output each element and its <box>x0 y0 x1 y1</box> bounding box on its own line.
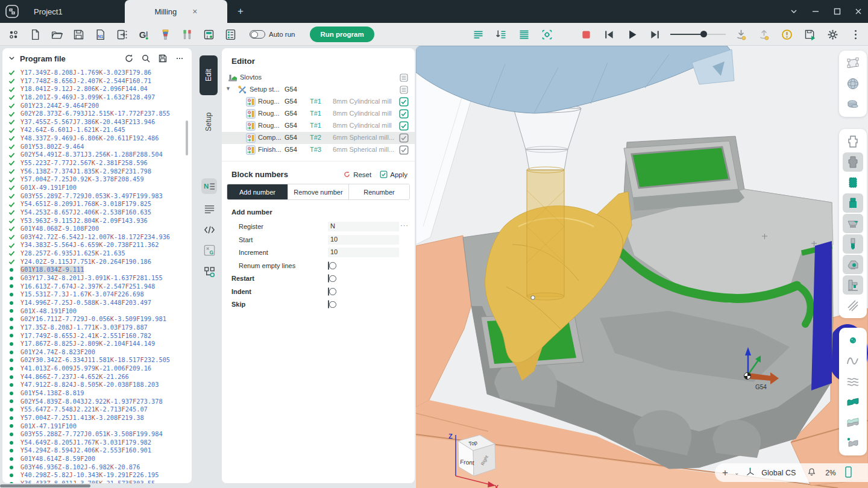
download-levels-icon[interactable] <box>734 27 749 42</box>
gcode-line[interactable]: G03Y17.34Z-8.201J-3.091K-1.637F281.155 <box>2 274 188 283</box>
gcode-line[interactable]: Y36.433Z-8.011J-3.705K-21.573F303.55 <box>2 480 188 483</box>
n1-document-icon[interactable]: N1 <box>93 27 108 42</box>
refresh-icon[interactable] <box>123 52 135 64</box>
field-toggle[interactable] <box>328 301 329 308</box>
gcode-line[interactable]: Y24.02Z-9.115J7.751K-20.264F190.186 <box>2 258 188 266</box>
gcode-line[interactable]: G03Y42.72Z-6.542J-12.007K-18.172F234.936 <box>2 233 188 242</box>
tab-milling[interactable]: Milling × <box>125 0 227 23</box>
window-restore-icon[interactable] <box>827 0 848 23</box>
stop-icon[interactable] <box>579 27 594 42</box>
operation-checkbox[interactable] <box>399 97 409 107</box>
lines-numbered-icon[interactable] <box>494 27 509 42</box>
selection-gear-icon[interactable] <box>539 27 555 42</box>
save-icon[interactable] <box>71 27 86 42</box>
save-icon[interactable] <box>157 52 169 64</box>
surface-flag-icon[interactable] <box>843 392 863 411</box>
tab-renumber[interactable]: Renumber <box>349 184 409 199</box>
gcode-line[interactable]: G03Y55.288Z-7.727J0.051K-3.508F199.984 <box>2 430 188 439</box>
hatch-icon[interactable] <box>843 296 863 315</box>
tree-row-comp[interactable]: GComp...G54T#26mm Spherical mill... <box>222 132 415 144</box>
gcode-line[interactable]: G01X-48.191F100 <box>2 307 188 316</box>
apply-button[interactable]: Apply <box>380 170 407 178</box>
tree-row-slovtos[interactable]: Slovtos <box>222 72 415 84</box>
step-forward-icon[interactable] <box>647 27 662 42</box>
gcode-transform-icon[interactable]: G <box>201 242 217 258</box>
tree-row-roug[interactable]: GRoug...G54T#18mm Cylindrical mill <box>222 108 415 120</box>
part-model-icon[interactable] <box>843 193 863 213</box>
gcode-line[interactable]: G02Y54.839Z-8.043J2.922K-1.937F273.378 <box>2 398 188 406</box>
auto-run-switch[interactable] <box>250 30 265 39</box>
mesh-sphere-icon[interactable] <box>843 74 863 93</box>
gcode-line[interactable]: Y18.201Z-9.469J-3.099K-1.632F128.497 <box>2 93 188 102</box>
gcode-line[interactable]: Y56.138Z-7.374J1.835K-2.982F231.798 <box>2 167 188 176</box>
field-toggle[interactable] <box>328 275 329 282</box>
program-table-icon[interactable] <box>223 27 238 42</box>
coordinate-system-icon[interactable] <box>745 467 755 479</box>
window-close-icon[interactable] <box>848 0 868 23</box>
structure-icon[interactable] <box>201 264 217 280</box>
operations-tree[interactable]: Slovtos▼Setup st...G54GRoug...G54T#18mm … <box>222 72 415 156</box>
gcode-line[interactable]: G01Y23.244Z-9.464F200 <box>2 102 188 110</box>
tab-remove-number[interactable]: Remove number <box>288 184 349 199</box>
document-icon[interactable] <box>399 73 409 83</box>
notifications-bell-icon[interactable] <box>807 467 817 479</box>
gcode-line[interactable]: Y47.912Z-8.824J-8.505K-20.038F188.203 <box>2 381 188 389</box>
gcode-line[interactable]: G01Y48.614Z-8.59F200 <box>2 455 188 463</box>
zoom-chevron-icon[interactable]: ⌄ <box>734 469 739 476</box>
tab-project1[interactable]: Project1 <box>24 0 124 23</box>
surfaces-icon[interactable] <box>843 372 863 391</box>
gcode-line[interactable]: Y41.013Z-6.009J5.979K-21.006F209.16 <box>2 364 188 373</box>
gcode-line[interactable]: Y40.298Z-5.82J-10.343K-19.291F226.195 <box>2 471 188 480</box>
tools-icon[interactable] <box>180 27 195 42</box>
playback-speed-slider[interactable] <box>670 30 726 39</box>
gcode-line[interactable]: Y55.647Z-7.548J2.221K-2.713F245.07 <box>2 405 188 414</box>
gcode-line[interactable]: Y54.649Z-8.205J1.767K-3.031F179.982 <box>2 439 188 447</box>
tab-edit[interactable]: Edit <box>200 55 218 95</box>
slider-knob[interactable] <box>700 31 707 37</box>
gcode-line[interactable]: Y14.996Z-7.25J-0.588K-3.448F203.497 <box>2 299 188 307</box>
horizontal-scrollbar[interactable] <box>0 484 90 487</box>
viewport-3d[interactable]: G54 Top Front Right Z X <box>416 46 868 488</box>
stock-model-icon[interactable] <box>843 173 863 192</box>
block-numbers-icon[interactable]: N <box>201 178 217 194</box>
window-chevron-down-icon[interactable] <box>784 0 804 23</box>
operation-checkbox[interactable] <box>399 121 409 131</box>
tree-row-roug[interactable]: GRoug...G54T#18mm Cylindrical mill <box>222 120 415 132</box>
tree-row-finish[interactable]: GFinish...G54T#36mm Spherical mill... <box>222 144 415 156</box>
gcode-line[interactable]: G02Y28.373Z-6.793J12.515K-17.772F237.855 <box>2 110 188 118</box>
view-cube-front-label[interactable]: Front <box>460 458 474 466</box>
more-options-button[interactable]: ··· <box>400 222 409 229</box>
gcode-line[interactable]: G01Y54.138Z-8.819 <box>2 389 188 398</box>
gcode-line[interactable]: G01X-47.191F100 <box>2 422 188 431</box>
gcode-line[interactable]: Y28.257Z-6.935J1.625K-21.635 <box>2 249 188 258</box>
gcode-list[interactable]: Y17.349Z-8.208J-1.769K-3.023F179.86Y17.7… <box>2 69 188 483</box>
gcode-line[interactable]: Y55.223Z-7.77J2.567K-2.381F258.596 <box>2 159 188 167</box>
gcode-line[interactable]: Y54.651Z-8.209J1.768K-3.018F179.825 <box>2 200 188 208</box>
tree-row-roug[interactable]: GRoug...G54T#18mm Cylindrical mill <box>222 96 415 108</box>
gcode-line[interactable]: Y16.613Z-7.674J-2.397K-2.547F251.948 <box>2 283 188 291</box>
gcode-line[interactable]: Y17.749Z-8.655J-2.41K-2.551F160.782 <box>2 332 188 340</box>
gcode-line[interactable]: Y15.531Z-7.3J-1.67K-3.074F226.698 <box>2 290 188 299</box>
tab-setup[interactable]: Setup <box>200 102 218 141</box>
collapse-chevron-icon[interactable] <box>8 53 15 64</box>
flag-point-icon[interactable] <box>843 433 863 452</box>
workpiece-solid-icon[interactable] <box>843 152 863 172</box>
fixture-icon[interactable] <box>843 214 863 233</box>
machined-surface-icon[interactable] <box>843 413 863 432</box>
postprocessor-g-icon[interactable]: G <box>136 27 151 42</box>
field-toggle[interactable] <box>328 262 329 269</box>
field-value-input[interactable]: N <box>328 222 399 231</box>
search-icon[interactable] <box>140 52 152 64</box>
upload-levels-icon[interactable] <box>756 27 772 42</box>
lines-justify-icon[interactable] <box>471 27 486 42</box>
open-folder-icon[interactable] <box>49 27 64 42</box>
gcode-line[interactable]: Y34.383Z-5.564J-6.659K-20.738F211.362 <box>2 241 188 249</box>
warnings-icon[interactable] <box>779 27 794 42</box>
calculator-icon[interactable] <box>201 27 216 42</box>
tool-icon[interactable] <box>843 234 863 254</box>
reset-button[interactable]: Reset <box>343 170 371 178</box>
field-value-input[interactable]: 10 <box>328 235 399 245</box>
zoom-plus-button[interactable]: + <box>722 467 728 479</box>
apps-grid-icon[interactable] <box>6 27 21 42</box>
gcode-line[interactable]: G01Y53.802Z-9.464 <box>2 143 188 151</box>
